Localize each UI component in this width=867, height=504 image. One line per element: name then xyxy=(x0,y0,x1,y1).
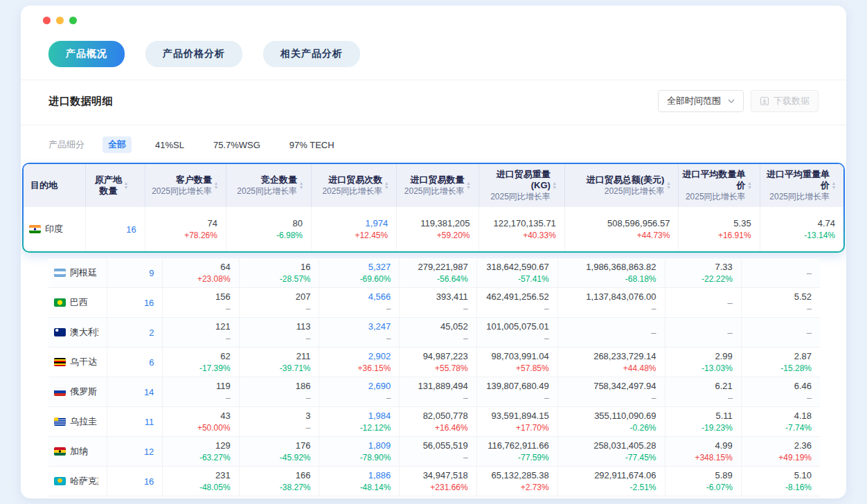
growth-rate: – xyxy=(240,393,311,404)
filter-option-2[interactable]: 41%SL xyxy=(150,138,190,152)
growth-rate: +348.15% xyxy=(665,452,733,463)
growth-rate: – xyxy=(477,333,549,344)
trade-count-link[interactable]: 4,566 xyxy=(319,291,391,303)
destination-cell: 阿根廷 xyxy=(48,258,107,288)
column-title: 客户数量2025同比增长率 xyxy=(152,174,212,197)
destination-cell: 乌拉圭 xyxy=(48,407,107,437)
column-header-7[interactable]: 进口贸易重量(KG)2025同比增长率▴▾ xyxy=(479,164,564,207)
tab-1[interactable]: 产品概况 xyxy=(48,41,125,67)
origin-count-cell: 16 xyxy=(86,207,145,251)
maximize-window-icon[interactable] xyxy=(69,17,77,24)
minimize-window-icon[interactable] xyxy=(56,17,64,24)
sort-icon[interactable]: ▴▾ xyxy=(467,181,470,190)
cell-value: 7.33 xyxy=(665,261,733,273)
growth-rate: +36.15% xyxy=(319,363,391,374)
column-title: 进口贸易总额(美元)2025同比增长率 xyxy=(587,174,665,197)
download-button[interactable]: 下载数据 xyxy=(751,90,819,112)
close-window-icon[interactable] xyxy=(43,17,51,24)
trade-count-link[interactable]: 1,984 xyxy=(319,410,391,422)
time-range-select[interactable]: 全部时间范围 xyxy=(658,90,744,112)
column-header-6[interactable]: 进口贸易数量2025同比增长率▴▾ xyxy=(397,164,479,207)
origin-count-link[interactable]: 2 xyxy=(149,327,154,338)
sort-icon[interactable]: ▴▾ xyxy=(125,181,127,190)
cell-value: 258,031,405.28 xyxy=(558,440,656,451)
value-cell: 1,809-78.90% xyxy=(319,437,400,467)
origin-count-cell: 16 xyxy=(107,467,163,496)
origin-count-link[interactable]: 16 xyxy=(144,476,154,487)
origin-count-link[interactable]: 9 xyxy=(149,268,154,278)
filter-option-3[interactable]: 75.7%WSG xyxy=(208,138,266,152)
origin-count-link[interactable]: 11 xyxy=(145,417,154,427)
growth-rate: -28.57% xyxy=(240,273,311,285)
tab-2[interactable]: 产品价格分析 xyxy=(145,41,242,67)
table-body: 阿根廷964+23.08%16-28.57%5,327-69.60%279,22… xyxy=(48,258,820,496)
origin-count-cell: 9 xyxy=(107,258,163,288)
filter-option-1[interactable]: 全部 xyxy=(102,136,132,153)
value-cell: 34,947,518+231.66% xyxy=(400,467,476,496)
column-header-10[interactable]: 进口平均重量单价2025同比增长率▴▾ xyxy=(760,164,843,207)
origin-count-link[interactable]: 6 xyxy=(149,357,154,368)
trade-count-link[interactable]: 1,974 xyxy=(312,217,388,229)
trade-count-link[interactable]: 2,690 xyxy=(319,380,391,392)
cell-value: – xyxy=(558,327,656,339)
cell-value: 34,947,518 xyxy=(400,469,467,481)
column-subtitle: 2025同比增长率 xyxy=(479,192,551,202)
cell-value: 3 xyxy=(240,410,311,422)
value-cell: 1,974+12.45% xyxy=(312,207,397,251)
destination-cell: 乌干达 xyxy=(48,348,107,377)
origin-count-link[interactable]: 14 xyxy=(144,387,154,397)
cell-value: 186 xyxy=(240,380,311,392)
value-cell: 2.36+49.19% xyxy=(741,437,820,467)
origin-count-cell: 14 xyxy=(107,377,163,407)
country-name: 乌拉圭 xyxy=(70,415,97,428)
value-cell: 1,886-48.14% xyxy=(319,467,400,496)
country-name: 哈萨克斯坦 xyxy=(70,475,98,487)
cell-value: 279,221,987 xyxy=(400,261,467,273)
cell-value: 2.87 xyxy=(742,350,812,362)
growth-rate: +44.73% xyxy=(565,230,670,241)
sort-icon[interactable]: ▴▾ xyxy=(385,181,388,190)
value-cell: 5,327-69.60% xyxy=(319,258,400,288)
tab-3[interactable]: 相关产品分析 xyxy=(263,41,360,67)
growth-rate: – xyxy=(240,303,311,314)
value-cell: 2.87-15.28% xyxy=(741,348,820,377)
value-cell: 318,642,590.67-57.41% xyxy=(476,258,557,288)
value-cell: 393,411– xyxy=(400,288,476,318)
cell-value: 176 xyxy=(240,440,311,451)
trade-count-link[interactable]: 5,327 xyxy=(319,261,391,273)
sort-icon[interactable]: ▴▾ xyxy=(667,181,670,190)
origin-count-link[interactable]: 12 xyxy=(144,447,154,457)
column-header-4[interactable]: 竞企数量2025同比增长率▴▾ xyxy=(226,164,311,207)
column-header-2[interactable]: 原产地数量▴▾ xyxy=(86,164,145,207)
column-title: 进口平均重量单价2025同比增长率 xyxy=(760,169,830,202)
value-cell: 1,986,368,863.82-68.18% xyxy=(557,258,665,288)
filter-option-4[interactable]: 97% TECH xyxy=(284,138,340,152)
cell-value: 113 xyxy=(240,321,311,332)
column-header-5[interactable]: 进口贸易次数2025同比增长率▴▾ xyxy=(312,164,397,207)
growth-rate: – xyxy=(742,303,812,314)
sort-icon[interactable]: ▴▾ xyxy=(749,181,751,190)
trade-count-link[interactable]: 3,247 xyxy=(319,321,391,332)
value-cell: 101,005,075.01– xyxy=(476,318,557,348)
growth-rate: +40.33% xyxy=(479,230,556,241)
value-cell: 56,055,519– xyxy=(400,437,476,467)
sort-icon[interactable]: ▴▾ xyxy=(553,181,556,190)
sort-icon[interactable]: ▴▾ xyxy=(832,181,835,190)
trade-count-link[interactable]: 1,809 xyxy=(319,440,391,451)
sort-icon[interactable]: ▴▾ xyxy=(215,181,217,190)
column-header-9[interactable]: 进口平均数量单价2025同比增长率▴▾ xyxy=(679,164,760,207)
cell-value: 355,110,090.69 xyxy=(558,410,656,422)
value-cell: 62-17.39% xyxy=(163,348,239,377)
column-header-3[interactable]: 客户数量2025同比增长率▴▾ xyxy=(145,164,226,207)
trade-count-link[interactable]: 1,886 xyxy=(319,469,391,481)
origin-count-cell: 6 xyxy=(107,348,163,377)
growth-rate: – xyxy=(400,393,467,404)
sort-icon[interactable]: ▴▾ xyxy=(300,181,303,190)
cell-value: 2.36 xyxy=(742,440,812,451)
value-cell: 4.18-7.74% xyxy=(741,407,820,437)
column-header-8[interactable]: 进口贸易总额(美元)2025同比增长率▴▾ xyxy=(564,164,679,207)
origin-count-link[interactable]: 16 xyxy=(126,224,136,235)
origin-count-link[interactable]: 16 xyxy=(144,298,154,308)
trade-count-link[interactable]: 2,902 xyxy=(319,350,391,362)
value-cell: 176-45.92% xyxy=(239,437,319,467)
